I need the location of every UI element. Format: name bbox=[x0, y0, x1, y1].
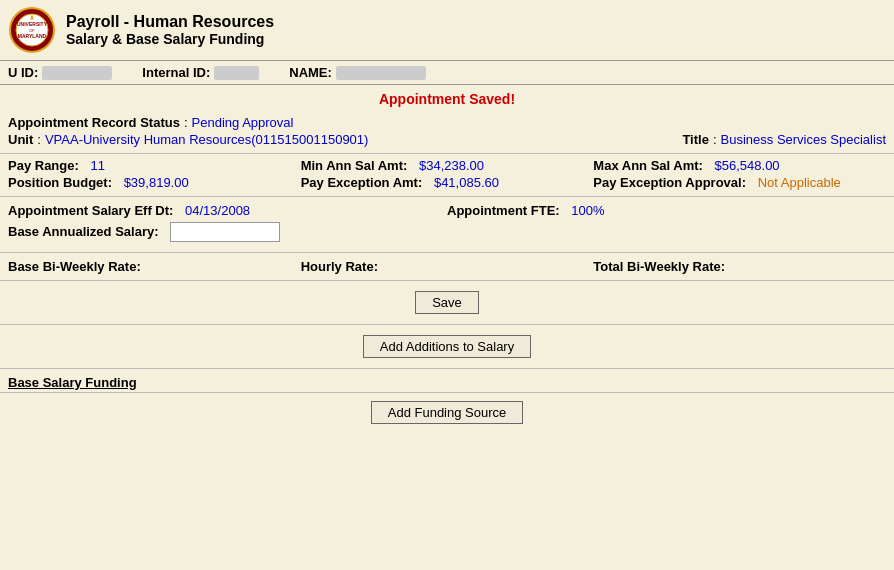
funding-header: Base Salary Funding bbox=[0, 369, 894, 393]
pay-exception-approval-label: Pay Exception Approval: bbox=[593, 175, 746, 190]
name-label: NAME: bbox=[289, 65, 332, 80]
app-title: Payroll - Human Resources bbox=[66, 13, 274, 31]
internal-id-field: Internal ID: bbox=[142, 65, 259, 80]
bi-weekly-value bbox=[145, 259, 149, 274]
saved-banner: Appointment Saved! bbox=[0, 85, 894, 111]
header-titles: Payroll - Human Resources Salary & Base … bbox=[66, 13, 274, 47]
pay-exception-amt-label: Pay Exception Amt: bbox=[301, 175, 423, 190]
save-section: Save bbox=[0, 281, 894, 325]
base-sal-input[interactable] bbox=[170, 222, 280, 242]
uid-field: U ID: bbox=[8, 65, 112, 80]
salary-row-2: Base Annualized Salary: bbox=[8, 222, 886, 242]
max-ann-sal-label: Max Ann Sal Amt: bbox=[593, 158, 703, 173]
unit-title-row: Unit : VPAA-University Human Resources(0… bbox=[8, 132, 886, 147]
min-ann-sal-label: Min Ann Sal Amt: bbox=[301, 158, 408, 173]
internal-id-label: Internal ID: bbox=[142, 65, 210, 80]
record-status-row: Appointment Record Status : Pending Appr… bbox=[8, 115, 886, 130]
pay-row-1: Pay Range: 11 Min Ann Sal Amt: $34,238.0… bbox=[8, 158, 886, 173]
funding-add-section: Add Funding Source bbox=[0, 393, 894, 432]
add-funding-button[interactable]: Add Funding Source bbox=[371, 401, 524, 424]
eff-dt-label: Appointment Salary Eff Dt: bbox=[8, 203, 173, 218]
save-button[interactable]: Save bbox=[415, 291, 479, 314]
salary-row-1: Appointment Salary Eff Dt: 04/13/2008 Ap… bbox=[8, 203, 886, 218]
rates-section: Base Bi-Weekly Rate: Hourly Rate: Total … bbox=[0, 253, 894, 281]
uid-value bbox=[42, 66, 112, 80]
salary-section: Appointment Salary Eff Dt: 04/13/2008 Ap… bbox=[0, 197, 894, 253]
svg-text:MARYLAND: MARYLAND bbox=[18, 33, 47, 39]
pay-range-label: Pay Range: bbox=[8, 158, 79, 173]
fte-value: 100% bbox=[571, 203, 604, 218]
app-subtitle: Salary & Base Salary Funding bbox=[66, 31, 274, 47]
university-logo: UNIVERSITY OF MARYLAND bbox=[8, 6, 56, 54]
unit-value: VPAA-University Human Resources(01151500… bbox=[45, 132, 369, 147]
total-bi-weekly-label: Total Bi-Weekly Rate: bbox=[593, 259, 725, 274]
internal-id-value bbox=[214, 66, 259, 80]
record-status-label: Appointment Record Status bbox=[8, 115, 180, 130]
add-additions-button[interactable]: Add Additions to Salary bbox=[363, 335, 531, 358]
id-bar: U ID: Internal ID: NAME: bbox=[0, 60, 894, 85]
unit-label: Unit bbox=[8, 132, 33, 147]
base-salary-funding-link[interactable]: Base Salary Funding bbox=[8, 375, 137, 390]
max-ann-sal-value: $56,548.00 bbox=[715, 158, 780, 173]
bi-weekly-label: Base Bi-Weekly Rate: bbox=[8, 259, 141, 274]
eff-dt-value: 04/13/2008 bbox=[185, 203, 250, 218]
app-header: UNIVERSITY OF MARYLAND Payroll - Human R… bbox=[0, 0, 894, 60]
position-budget-label: Position Budget: bbox=[8, 175, 112, 190]
min-ann-sal-value: $34,238.00 bbox=[419, 158, 484, 173]
name-field: NAME: bbox=[289, 65, 426, 80]
title-value: Business Services Specialist bbox=[721, 132, 886, 147]
svg-text:UNIVERSITY: UNIVERSITY bbox=[17, 21, 48, 27]
base-sal-label: Base Annualized Salary: bbox=[8, 224, 159, 239]
additions-section: Add Additions to Salary bbox=[0, 325, 894, 369]
position-budget-value: $39,819.00 bbox=[124, 175, 189, 190]
record-status-value: Pending Approval bbox=[192, 115, 294, 130]
fte-label: Appointment FTE: bbox=[447, 203, 560, 218]
pay-info-section: Pay Range: 11 Min Ann Sal Amt: $34,238.0… bbox=[0, 154, 894, 197]
title-label: Title bbox=[682, 132, 709, 147]
name-value bbox=[336, 66, 426, 80]
uid-label: U ID: bbox=[8, 65, 38, 80]
hourly-value bbox=[382, 259, 386, 274]
total-bi-weekly-value bbox=[729, 259, 733, 274]
pay-exception-approval-value: Not Applicable bbox=[758, 175, 841, 190]
pay-range-value: 11 bbox=[90, 158, 104, 173]
pay-exception-amt-value: $41,085.60 bbox=[434, 175, 499, 190]
hourly-label: Hourly Rate: bbox=[301, 259, 378, 274]
appointment-status-section: Appointment Record Status : Pending Appr… bbox=[0, 111, 894, 154]
pay-row-2: Position Budget: $39,819.00 Pay Exceptio… bbox=[8, 175, 886, 190]
